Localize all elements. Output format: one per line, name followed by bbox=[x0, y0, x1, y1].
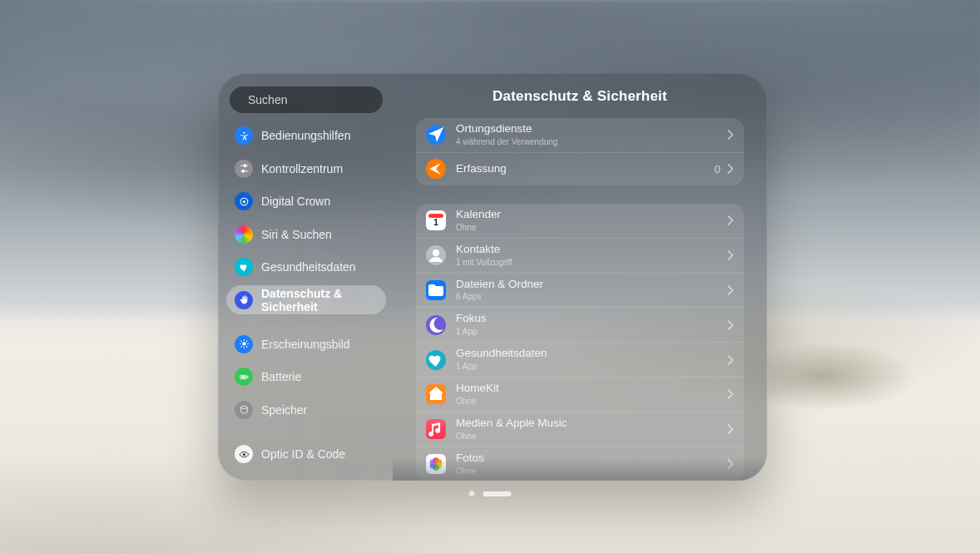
sidebar-item-label: Gesundheitsdaten bbox=[261, 260, 356, 274]
row-title: Kalender bbox=[456, 209, 717, 221]
sidebar-item-privacy[interactable]: Datenschutz & Sicherheit bbox=[226, 285, 386, 314]
row-media-music[interactable]: Medien & Apple Music Ohne bbox=[416, 412, 744, 447]
chevron-right-icon bbox=[727, 285, 734, 295]
music-note-icon bbox=[426, 419, 446, 439]
sidebar-item-label: Datenschutz & Sicherheit bbox=[261, 287, 378, 314]
sidebar-item-digital-crown[interactable]: Digital Crown bbox=[226, 186, 386, 215]
svg-line-11 bbox=[240, 347, 241, 348]
sidebar: Bedienungshilfen Kontrollzentrum Digital… bbox=[218, 73, 393, 481]
svg-line-9 bbox=[246, 347, 247, 348]
siri-icon bbox=[235, 225, 253, 244]
svg-point-26 bbox=[430, 459, 437, 466]
svg-point-16 bbox=[242, 453, 245, 456]
row-health-data[interactable]: Gesundheitsdaten 1 App bbox=[416, 342, 744, 377]
row-labels: Medien & Apple Music Ohne bbox=[456, 417, 717, 442]
chevron-right-icon bbox=[727, 320, 734, 330]
row-focus[interactable]: Fokus 1 App bbox=[416, 307, 744, 342]
svg-point-0 bbox=[243, 131, 245, 133]
row-calendar[interactable]: 1 Kalender Ohne bbox=[416, 204, 744, 238]
row-homekit[interactable]: HomeKit Ohne bbox=[416, 377, 744, 412]
row-location-services[interactable]: Ortungsdienste 4 während der Verwendung bbox=[416, 118, 744, 152]
row-trailing bbox=[727, 130, 734, 140]
row-title: Dateien & Ordner bbox=[456, 279, 717, 291]
moon-icon bbox=[426, 315, 446, 335]
sidebar-item-siri[interactable]: Siri & Suchen bbox=[226, 220, 386, 249]
svg-rect-13 bbox=[240, 376, 245, 378]
row-title: Fokus bbox=[456, 313, 717, 325]
row-files-folders[interactable]: Dateien & Ordner 6 Apps bbox=[416, 273, 744, 308]
row-subtitle: 1 App bbox=[456, 327, 717, 337]
sliders-icon bbox=[235, 160, 253, 178]
sidebar-item-label: Speicher bbox=[261, 403, 307, 417]
location-icon bbox=[426, 125, 446, 145]
row-labels: Fokus 1 App bbox=[456, 313, 717, 337]
row-contacts[interactable]: Kontakte 1 mit Vollzugriff bbox=[416, 238, 744, 273]
group-app-privacy: 1 Kalender Ohne Kontakte 1 mit Vollzugri… bbox=[416, 204, 744, 481]
sidebar-item-battery[interactable]: Batterie bbox=[226, 363, 386, 392]
row-photos[interactable]: Fotos Ohne bbox=[416, 447, 744, 481]
content-panel: Datenschutz & Sicherheit Ortungsdienste … bbox=[393, 73, 767, 481]
calendar-icon: 1 bbox=[426, 210, 446, 230]
sidebar-item-label: Kontrollzentrum bbox=[261, 162, 343, 175]
row-tracking[interactable]: Erfassung 0 bbox=[416, 152, 744, 185]
eye-icon bbox=[235, 445, 253, 463]
row-labels: Kontakte 1 mit Vollzugriff bbox=[456, 244, 717, 268]
sidebar-item-control-center[interactable]: Kontrollzentrum bbox=[226, 154, 386, 183]
row-labels: Ortungsdienste 4 während der Verwendung bbox=[456, 123, 717, 147]
sidebar-item-label: Bedienungshilfen bbox=[261, 129, 350, 142]
page-title: Datenschutz & Sicherheit bbox=[416, 88, 744, 105]
row-subtitle: 4 während der Verwendung bbox=[456, 137, 717, 147]
row-title: Kontakte bbox=[456, 244, 717, 256]
svg-text:1: 1 bbox=[433, 218, 438, 227]
page-dot[interactable] bbox=[469, 491, 475, 496]
row-subtitle: 6 Apps bbox=[456, 292, 717, 302]
row-subtitle: 1 App bbox=[456, 362, 717, 372]
chevron-right-icon bbox=[727, 459, 734, 469]
chevron-right-icon bbox=[727, 389, 734, 399]
sidebar-separator bbox=[226, 428, 386, 437]
svg-point-2 bbox=[242, 200, 245, 203]
settings-window: Bedienungshilfen Kontrollzentrum Digital… bbox=[218, 73, 767, 481]
row-title: Ortungsdienste bbox=[456, 123, 717, 136]
battery-icon bbox=[235, 368, 253, 386]
row-title: Fotos bbox=[456, 452, 717, 465]
sidebar-item-health[interactable]: Gesundheitsdaten bbox=[226, 252, 386, 281]
row-labels: Gesundheitsdaten 1 App bbox=[456, 348, 717, 372]
row-title: HomeKit bbox=[456, 383, 717, 395]
photos-icon bbox=[426, 454, 446, 474]
search-input[interactable] bbox=[248, 93, 393, 106]
search-field[interactable] bbox=[230, 86, 383, 113]
tracking-icon bbox=[426, 159, 446, 179]
chevron-right-icon bbox=[727, 215, 734, 225]
row-title: Erfassung bbox=[456, 163, 705, 175]
page-pill-current[interactable] bbox=[483, 491, 512, 496]
sidebar-item-label: Siri & Suchen bbox=[261, 228, 332, 241]
row-badge-count: 0 bbox=[715, 163, 720, 175]
sidebar-item-optic-id[interactable]: Optic ID & Code bbox=[226, 439, 386, 468]
row-labels: HomeKit Ohne bbox=[456, 383, 717, 407]
sidebar-separator bbox=[226, 318, 386, 326]
row-subtitle: Ohne bbox=[456, 467, 717, 476]
sidebar-item-label: Batterie bbox=[261, 370, 301, 383]
sidebar-item-label: Erscheinungsbild bbox=[261, 338, 350, 351]
row-labels: Erfassung bbox=[456, 163, 705, 175]
contacts-icon bbox=[426, 245, 446, 265]
row-title: Gesundheitsdaten bbox=[456, 348, 717, 360]
accessibility-icon bbox=[235, 126, 253, 145]
chevron-right-icon bbox=[727, 130, 734, 140]
chevron-right-icon bbox=[727, 164, 734, 174]
home-icon bbox=[426, 384, 446, 404]
row-subtitle: Ohne bbox=[456, 397, 717, 407]
chevron-right-icon bbox=[727, 355, 734, 365]
page-indicator[interactable] bbox=[469, 491, 512, 496]
row-subtitle: Ohne bbox=[456, 432, 717, 442]
svg-line-8 bbox=[240, 341, 241, 342]
chevron-right-icon bbox=[727, 424, 734, 434]
row-trailing: 0 bbox=[715, 163, 734, 175]
sidebar-item-appearance[interactable]: Erscheinungsbild bbox=[226, 329, 386, 358]
row-subtitle: 1 mit Vollzugriff bbox=[456, 258, 717, 268]
svg-point-15 bbox=[240, 407, 247, 409]
sidebar-item-storage[interactable]: Speicher bbox=[226, 395, 386, 424]
crown-icon bbox=[235, 192, 253, 210]
sidebar-item-accessibility[interactable]: Bedienungshilfen bbox=[226, 121, 386, 151]
